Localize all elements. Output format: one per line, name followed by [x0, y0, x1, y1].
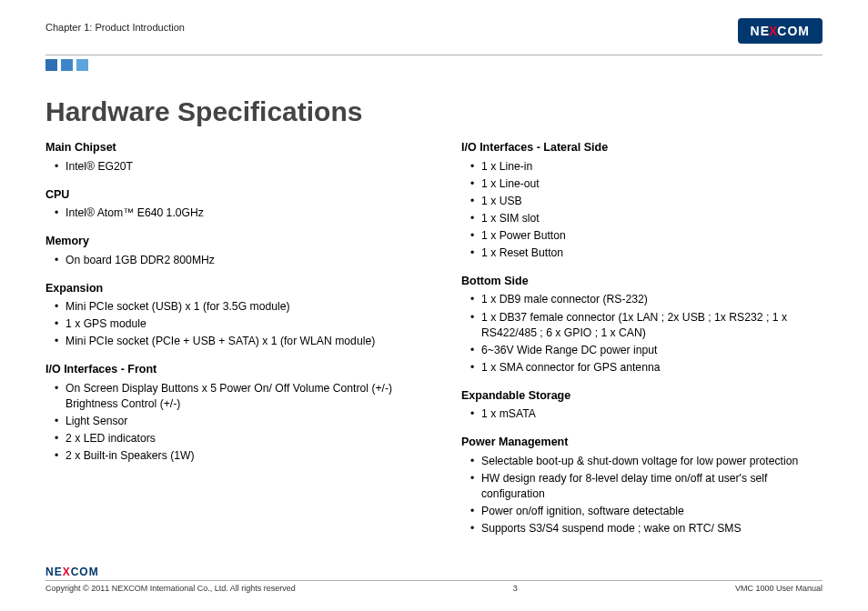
- list-item: 1 x DB9 male connector (RS-232): [472, 292, 823, 307]
- section-heading: CPU: [45, 187, 407, 204]
- list-item: 1 x Line-out: [472, 176, 823, 192]
- list-item: Selectable boot-up & shut-down voltage f…: [472, 454, 823, 469]
- list-item: HW design ready for 8-level delay time o…: [472, 471, 823, 502]
- spec-list: 1 x Line-in 1 x Line-out 1 x USB 1 x SIM…: [461, 159, 823, 261]
- footer-logo: NEXCOM: [45, 566, 99, 578]
- list-item: Intel® EG20T: [56, 159, 407, 175]
- page-number: 3: [296, 584, 735, 593]
- column-left: Main Chipset Intel® EG20T CPU Intel® Ato…: [45, 140, 407, 538]
- list-item: 1 x DB37 female connector (1x LAN ; 2x U…: [472, 310, 823, 341]
- logo-x-icon: X: [769, 24, 778, 38]
- list-item: 1 x USB: [472, 194, 823, 209]
- section-heading: Memory: [45, 234, 407, 250]
- list-item: Supports S3/S4 suspend mode ; wake on RT…: [472, 521, 823, 536]
- section-heading: Bottom Side: [461, 274, 823, 290]
- page-title: Hardware Specifications: [45, 96, 823, 127]
- spec-list: On board 1GB DDR2 800MHz: [45, 253, 407, 268]
- list-item: Mini PCIe socket (USB) x 1 (for 3.5G mod…: [56, 299, 407, 315]
- list-item: 1 x mSATA: [472, 406, 823, 422]
- list-item: On Screen Display Buttons x 5 Power On/ …: [56, 381, 407, 412]
- list-item: 1 x SIM slot: [472, 211, 823, 226]
- list-item: 1 x Reset Button: [472, 245, 823, 261]
- list-item: 1 x Power Button: [472, 228, 823, 244]
- list-item: 2 x LED indicators: [56, 431, 407, 446]
- section-heading: I/O Interfaces - Front: [45, 362, 407, 378]
- spec-list: Selectable boot-up & shut-down voltage f…: [461, 454, 823, 536]
- spec-list: On Screen Display Buttons x 5 Power On/ …: [45, 381, 407, 464]
- brand-logo: NEXCOM: [738, 18, 823, 44]
- list-item: Mini PCIe socket (PCIe + USB + SATA) x 1…: [56, 334, 407, 349]
- list-item: Power on/off ignition, software detectab…: [472, 504, 823, 519]
- spec-list: 1 x DB9 male connector (RS-232) 1 x DB37…: [461, 292, 823, 375]
- chapter-label: Chapter 1: Product Introduction: [45, 18, 185, 33]
- square-icon: [76, 59, 88, 71]
- list-item: 2 x Built-in Speakers (1W): [56, 448, 407, 464]
- list-item: Intel® Atom™ E640 1.0GHz: [56, 205, 407, 221]
- section-heading: Power Management: [461, 435, 823, 451]
- manual-name: VMC 1000 User Manual: [735, 584, 823, 593]
- logo-text-com: COM: [777, 24, 810, 38]
- logo-text-com: COM: [71, 566, 99, 578]
- logo-text-ne: NE: [751, 24, 770, 38]
- list-item: 6~36V Wide Range DC power input: [472, 343, 823, 358]
- square-icon: [45, 59, 57, 71]
- section-heading: I/O Interfaces - Lateral Side: [461, 140, 823, 156]
- spec-list: Intel® Atom™ E640 1.0GHz: [45, 205, 407, 221]
- spec-list: Mini PCIe socket (USB) x 1 (for 3.5G mod…: [45, 299, 407, 349]
- spec-list: 1 x mSATA: [461, 406, 823, 422]
- divider-bottom: [45, 580, 823, 581]
- decorative-squares: [45, 59, 823, 71]
- list-item: 1 x GPS module: [56, 316, 407, 332]
- section-heading: Main Chipset: [45, 140, 407, 156]
- list-item: Light Sensor: [56, 414, 407, 429]
- list-item: 1 x Line-in: [472, 159, 823, 175]
- logo-text-ne: NE: [45, 566, 63, 578]
- copyright-text: Copyright © 2011 NEXCOM International Co…: [45, 584, 296, 593]
- square-icon: [61, 59, 73, 71]
- spec-list: Intel® EG20T: [45, 159, 407, 175]
- list-item: On board 1GB DDR2 800MHz: [56, 253, 407, 268]
- column-right: I/O Interfaces - Lateral Side 1 x Line-i…: [461, 140, 823, 538]
- logo-x-icon: X: [63, 566, 71, 578]
- list-item: 1 x SMA connector for GPS antenna: [472, 360, 823, 376]
- section-heading: Expansion: [45, 281, 407, 297]
- section-heading: Expandable Storage: [461, 388, 823, 405]
- divider-top: [45, 55, 823, 55]
